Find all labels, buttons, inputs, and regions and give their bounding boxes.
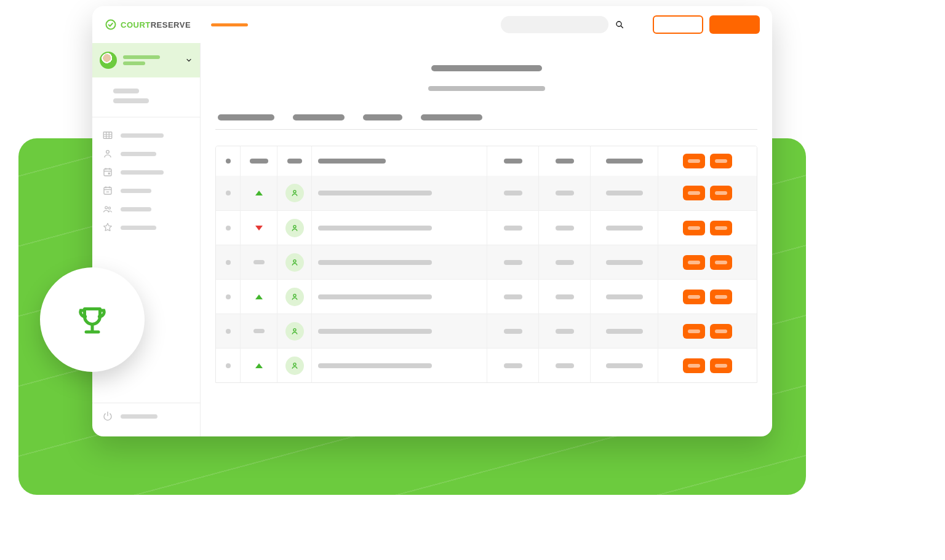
row-c1 xyxy=(504,294,522,299)
svg-point-25 xyxy=(293,328,296,331)
person-badge[interactable] xyxy=(285,219,304,237)
sidebar-item[interactable] xyxy=(92,126,200,144)
table-row xyxy=(216,210,757,245)
trend-up-icon xyxy=(255,294,263,299)
row-c3 xyxy=(606,226,643,231)
row-action-button[interactable] xyxy=(710,186,732,200)
row-c3 xyxy=(606,191,643,195)
avatar xyxy=(100,52,117,69)
row-name xyxy=(318,294,432,299)
check-circle-icon xyxy=(105,18,117,31)
page-header xyxy=(215,54,757,97)
col-header xyxy=(504,159,522,164)
row-name xyxy=(318,260,432,265)
sidebar-heading-line2 xyxy=(113,98,149,103)
row-c2 xyxy=(556,294,574,299)
row-action-button[interactable] xyxy=(710,255,732,270)
sidebar-item-label xyxy=(121,207,151,211)
status-indicator xyxy=(226,260,231,265)
person-badge[interactable] xyxy=(285,357,304,375)
trend-up-icon xyxy=(255,363,263,368)
sidebar-heading-line1 xyxy=(113,89,139,93)
tab[interactable] xyxy=(363,114,402,120)
col-header xyxy=(226,159,231,164)
active-page-indicator[interactable] xyxy=(211,23,248,26)
search-input[interactable] xyxy=(501,16,608,33)
svg-point-20 xyxy=(108,207,110,209)
person-icon xyxy=(290,326,300,336)
person-badge[interactable] xyxy=(285,253,304,272)
person-icon xyxy=(290,258,300,267)
col-header xyxy=(287,159,302,164)
svg-rect-3 xyxy=(103,132,112,139)
main-content xyxy=(201,43,772,436)
tab[interactable] xyxy=(293,114,345,120)
table-row xyxy=(216,279,757,314)
svg-rect-9 xyxy=(104,169,111,176)
search-icon[interactable] xyxy=(615,20,624,30)
svg-point-8 xyxy=(106,151,110,154)
table-row xyxy=(216,348,757,382)
row-action-button[interactable] xyxy=(710,221,732,235)
row-action-button[interactable] xyxy=(710,358,732,373)
primary-action-button[interactable] xyxy=(709,15,760,34)
col-header xyxy=(318,159,386,164)
sidebar-item[interactable] xyxy=(92,200,200,218)
svg-point-1 xyxy=(616,22,621,26)
header-action-button[interactable] xyxy=(710,154,732,168)
row-c1 xyxy=(504,329,522,334)
row-action-button[interactable] xyxy=(710,324,732,339)
top-bar: COURTRESERVE xyxy=(92,6,772,43)
row-c3 xyxy=(606,329,643,334)
row-action-button[interactable] xyxy=(683,255,705,270)
status-indicator xyxy=(226,226,231,231)
col-header xyxy=(556,159,574,164)
app-window: COURTRESERVE xyxy=(92,6,772,436)
row-c1 xyxy=(504,363,522,368)
secondary-action-button[interactable] xyxy=(653,15,703,34)
brand-logo[interactable]: COURTRESERVE xyxy=(105,18,194,31)
sidebar-item[interactable] xyxy=(92,144,200,163)
person-icon xyxy=(290,361,300,371)
table-header-row xyxy=(216,146,757,176)
trend-flat-icon xyxy=(253,329,265,333)
row-c3 xyxy=(606,363,643,368)
person-badge[interactable] xyxy=(285,184,304,202)
row-name xyxy=(318,329,432,334)
sidebar-footer-item[interactable] xyxy=(92,403,200,429)
person-badge[interactable] xyxy=(285,322,304,341)
status-indicator xyxy=(226,363,231,368)
sidebar-item[interactable] xyxy=(92,163,200,181)
person-badge[interactable] xyxy=(285,288,304,306)
sidebar-item[interactable] xyxy=(92,181,200,200)
svg-point-24 xyxy=(293,294,296,296)
user-switcher[interactable] xyxy=(92,43,200,77)
row-c2 xyxy=(556,226,574,231)
sidebar-item-label xyxy=(121,133,164,138)
user-subtitle xyxy=(123,61,145,65)
col-header xyxy=(606,159,643,164)
row-action-button[interactable] xyxy=(683,358,705,373)
header-action-button[interactable] xyxy=(683,154,705,168)
svg-point-22 xyxy=(293,225,296,227)
svg-rect-11 xyxy=(108,173,110,175)
group-icon xyxy=(102,203,113,215)
svg-point-19 xyxy=(105,207,108,209)
tab[interactable] xyxy=(218,114,274,120)
row-c2 xyxy=(556,191,574,195)
row-name xyxy=(318,363,432,368)
row-action-button[interactable] xyxy=(710,290,732,304)
row-action-button[interactable] xyxy=(683,324,705,339)
table-row xyxy=(216,176,757,210)
sidebar-heading xyxy=(92,77,200,117)
row-action-button[interactable] xyxy=(683,290,705,304)
trend-flat-icon xyxy=(253,260,265,264)
row-action-button[interactable] xyxy=(683,221,705,235)
sidebar xyxy=(92,43,201,436)
row-c2 xyxy=(556,363,574,368)
trophy-icon xyxy=(74,301,111,338)
row-action-button[interactable] xyxy=(683,186,705,200)
sidebar-item[interactable] xyxy=(92,218,200,237)
trend-down-icon xyxy=(255,226,263,231)
tab[interactable] xyxy=(421,114,482,120)
